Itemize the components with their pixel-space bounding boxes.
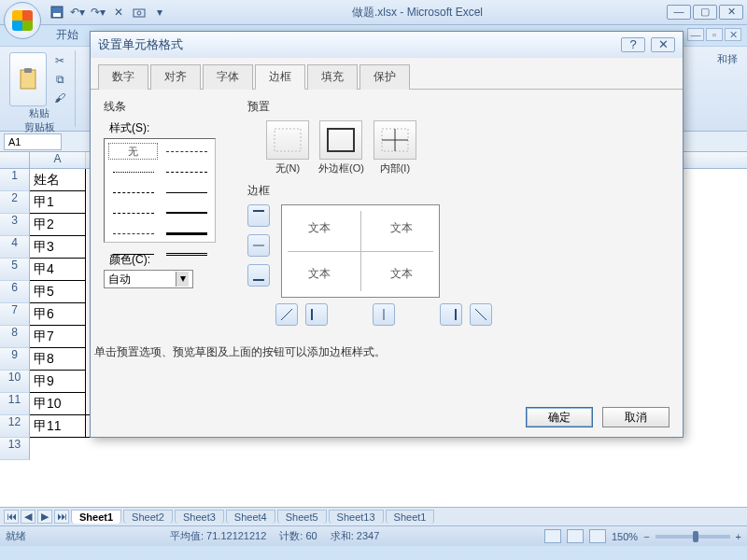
maximize-button[interactable]: ▢ xyxy=(693,5,717,20)
line-style-option[interactable] xyxy=(108,163,158,180)
row-header[interactable]: 6 xyxy=(0,281,30,303)
wb-minimize-button[interactable]: — xyxy=(687,28,704,41)
cell[interactable]: 甲10 xyxy=(30,393,86,415)
border-bottom-button[interactable] xyxy=(247,264,270,287)
line-style-option[interactable] xyxy=(108,184,158,201)
row-header[interactable]: 5 xyxy=(0,259,30,281)
line-style-none[interactable]: 无 xyxy=(108,143,158,160)
cell[interactable]: 甲5 xyxy=(30,281,86,303)
copy-icon[interactable]: ⧉ xyxy=(50,71,69,88)
zoom-slider[interactable] xyxy=(655,535,730,539)
dialog-titlebar[interactable]: 设置单元格格式 ? ✕ xyxy=(91,32,683,58)
row-header[interactable]: 8 xyxy=(0,326,30,348)
tab-border[interactable]: 边框 xyxy=(255,64,305,90)
sheet-nav-prev[interactable]: ◀ xyxy=(21,510,35,524)
border-top-button[interactable] xyxy=(247,204,270,227)
line-style-option[interactable] xyxy=(162,204,211,221)
border-vertical-button[interactable] xyxy=(373,303,395,326)
line-style-option[interactable] xyxy=(108,225,158,242)
view-layout-icon[interactable] xyxy=(567,529,584,543)
ok-button[interactable]: 确定 xyxy=(526,407,593,427)
sheet-nav-last[interactable]: ⏭ xyxy=(54,510,69,524)
preset-none-button[interactable] xyxy=(266,120,309,160)
zoom-level[interactable]: 150% xyxy=(612,531,638,542)
border-preview[interactable]: 文本 文本 文本 文本 xyxy=(281,204,440,298)
border-diag-up-button[interactable] xyxy=(275,303,298,326)
select-all-corner[interactable] xyxy=(0,152,30,169)
cell[interactable]: 甲9 xyxy=(30,371,86,393)
tab-fill[interactable]: 填充 xyxy=(307,64,358,90)
row-header[interactable]: 11 xyxy=(0,393,30,415)
format-painter-icon[interactable]: 🖌 xyxy=(50,90,69,106)
border-diag-down-button[interactable] xyxy=(470,303,492,326)
row-header[interactable]: 12 xyxy=(0,415,30,438)
undo-icon[interactable]: ↶▾ xyxy=(69,4,86,21)
line-color-dropdown[interactable]: 自动 ▾ xyxy=(104,270,193,288)
row-header[interactable]: 1 xyxy=(0,169,30,191)
border-left-button[interactable] xyxy=(305,303,328,326)
sheet-tab[interactable]: Sheet1 xyxy=(386,510,435,524)
border-right-button[interactable] xyxy=(440,303,462,326)
preset-outline-button[interactable] xyxy=(319,120,362,160)
tools-icon[interactable]: ✕ xyxy=(110,4,127,21)
tab-protection[interactable]: 保护 xyxy=(359,64,410,90)
paste-button[interactable] xyxy=(9,52,47,106)
cell[interactable]: 甲7 xyxy=(30,326,86,348)
cell[interactable]: 姓名 xyxy=(30,169,86,191)
row-header[interactable]: 2 xyxy=(0,191,30,214)
cell[interactable]: 甲1 xyxy=(30,191,86,214)
tab-number[interactable]: 数字 xyxy=(98,64,148,90)
name-box[interactable]: A1 xyxy=(4,133,62,150)
tab-font[interactable]: 字体 xyxy=(203,64,253,90)
cell[interactable]: 甲3 xyxy=(30,236,86,259)
row-header[interactable]: 9 xyxy=(0,348,30,371)
row-header[interactable]: 13 xyxy=(0,438,30,460)
col-header[interactable]: A xyxy=(30,152,86,168)
wb-close-button[interactable]: ✕ xyxy=(725,28,741,41)
zoom-in-button[interactable]: + xyxy=(736,531,741,542)
row-header[interactable]: 10 xyxy=(0,371,30,393)
line-style-option[interactable] xyxy=(162,184,211,201)
sheet-nav-first[interactable]: ⏮ xyxy=(4,510,19,524)
preset-inside-button[interactable] xyxy=(374,120,416,160)
sheet-tab[interactable]: Sheet2 xyxy=(123,510,173,524)
line-style-option[interactable] xyxy=(162,225,211,242)
line-style-option[interactable] xyxy=(162,143,211,160)
qat-customize-icon[interactable]: ▾ xyxy=(151,4,168,21)
redo-icon[interactable]: ↷▾ xyxy=(90,4,106,21)
minimize-button[interactable]: — xyxy=(667,5,691,20)
line-style-option[interactable] xyxy=(108,204,158,221)
sheet-tab[interactable]: Sheet1 xyxy=(71,510,121,524)
line-style-option[interactable] xyxy=(162,245,211,262)
row-header[interactable]: 7 xyxy=(0,303,30,326)
tab-alignment[interactable]: 对齐 xyxy=(150,64,201,90)
view-normal-icon[interactable] xyxy=(544,529,561,543)
wb-restore-button[interactable]: ▫ xyxy=(706,28,723,41)
dialog-help-button[interactable]: ? xyxy=(621,37,645,52)
cell[interactable]: 甲6 xyxy=(30,303,86,326)
cell[interactable]: 甲4 xyxy=(30,259,86,281)
border-horizontal-button[interactable] xyxy=(247,234,270,257)
office-button[interactable] xyxy=(4,2,41,39)
row-header[interactable]: 3 xyxy=(0,214,30,236)
camera-icon[interactable] xyxy=(131,4,148,21)
row-header[interactable]: 4 xyxy=(0,236,30,259)
view-pagebreak-icon[interactable] xyxy=(589,529,606,543)
sheet-tab[interactable]: Sheet3 xyxy=(175,510,224,524)
cancel-button[interactable]: 取消 xyxy=(602,407,669,427)
cell[interactable]: 甲8 xyxy=(30,348,86,371)
cell[interactable]: 甲11 xyxy=(30,415,86,438)
sheet-tab[interactable]: Sheet13 xyxy=(329,510,384,524)
save-icon[interactable] xyxy=(49,4,65,21)
dialog-close-button[interactable]: ✕ xyxy=(651,37,675,52)
cut-icon[interactable]: ✂ xyxy=(50,52,69,69)
line-style-option[interactable] xyxy=(162,163,211,180)
cell[interactable]: 甲2 xyxy=(30,214,86,236)
sheet-tab[interactable]: Sheet5 xyxy=(277,510,327,524)
sheet-nav-next[interactable]: ▶ xyxy=(37,510,52,524)
zoom-out-button[interactable]: − xyxy=(643,531,649,542)
sheet-tab[interactable]: Sheet4 xyxy=(226,510,275,524)
close-button[interactable]: ✕ xyxy=(719,5,743,20)
line-style-list[interactable]: 无 xyxy=(104,138,216,243)
ribbon-tab-home[interactable]: 开始 xyxy=(47,24,88,46)
